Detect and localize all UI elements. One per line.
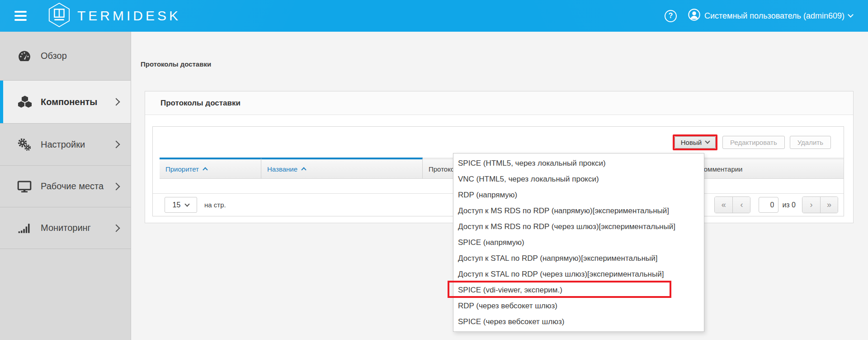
page-number-input[interactable] <box>759 197 778 213</box>
dropdown-item[interactable]: Доступ к MS RDS по RDP (напрямую)[экспер… <box>453 203 704 219</box>
chevron-right-icon <box>113 224 120 232</box>
column-header-priority[interactable]: Приоритет <box>160 158 261 179</box>
sidebar-item-label: Настройки <box>41 139 113 150</box>
app-header: TERMIDESK ? Системный пользователь (admi… <box>0 0 868 32</box>
user-menu[interactable]: Системный пользователь (admin609) <box>688 9 853 23</box>
brand-logo-icon <box>47 2 71 29</box>
chevron-right-icon <box>113 141 120 148</box>
dropdown-item[interactable]: Доступ к STAL по RDP (напрямую)[эксперим… <box>453 250 704 266</box>
sidebar-item-label: Рабочие места <box>41 181 113 192</box>
annotation-highlight-new-button: Новый <box>673 134 717 150</box>
new-button[interactable]: Новый <box>675 136 716 148</box>
first-page-button[interactable]: « <box>715 197 732 213</box>
brand-wordmark: TERMIDESK <box>77 8 181 24</box>
sidebar-item-workplaces[interactable]: Рабочие места <box>0 166 131 207</box>
dropdown-item[interactable]: SPICE (напрямую) <box>453 235 704 250</box>
sidebar-item-label: Компоненты <box>41 97 113 107</box>
menu-icon[interactable] <box>14 11 27 21</box>
next-page-button[interactable]: › <box>802 197 820 213</box>
pagination: « ‹ из 0 › » <box>714 196 838 213</box>
edit-button[interactable]: Редактировать <box>722 136 785 149</box>
sidebar-item-overview[interactable]: Обзор <box>0 32 131 81</box>
cubes-icon <box>17 95 33 109</box>
dropdown-item[interactable]: SPICE (через вебсокет шлюз) <box>453 314 704 330</box>
sidebar-item-settings[interactable]: Настройки <box>0 124 131 166</box>
gauge-icon <box>17 49 33 63</box>
column-header-comments[interactable]: Комментарии <box>694 158 844 179</box>
sort-asc-icon <box>301 167 306 172</box>
chevron-down-icon <box>705 139 710 144</box>
prev-page-button[interactable]: ‹ <box>732 197 750 213</box>
user-avatar-icon <box>688 9 700 23</box>
dropdown-item-highlighted[interactable]: SPICE (vdi-viewer, эксперим.) <box>453 282 704 298</box>
gears-icon <box>17 138 33 151</box>
monitor-icon <box>17 180 33 193</box>
dropdown-item[interactable]: VNC (HTML5, через локальный прокси) <box>453 171 704 187</box>
delete-button[interactable]: Удалить <box>790 136 831 149</box>
per-page-label: на стр. <box>204 201 226 209</box>
breadcrumb: Протоколы доставки <box>141 60 211 68</box>
sidebar-item-components[interactable]: Компоненты <box>0 81 131 124</box>
help-icon[interactable]: ? <box>665 10 677 22</box>
sidebar-item-label: Обзор <box>41 51 131 61</box>
dropdown-item[interactable]: Доступ к STAL по RDP (через шлюз)[экспер… <box>453 266 704 282</box>
chevron-down-icon <box>848 12 854 18</box>
chevron-down-icon <box>185 201 190 206</box>
column-header-name[interactable]: Название <box>261 158 423 179</box>
panel-header: Протоколы доставки <box>145 91 853 115</box>
last-page-button[interactable]: » <box>820 197 838 213</box>
dropdown-item[interactable]: RDP (через вебсокет шлюз) <box>453 298 704 314</box>
dropdown-item[interactable]: SPICE (HTML5, через локальный прокси) <box>453 155 704 171</box>
new-protocol-dropdown: SPICE (HTML5, через локальный прокси) VN… <box>453 153 704 332</box>
dropdown-item[interactable]: Доступ к MS RDS по RDP (через шлюз)[эксп… <box>453 219 704 235</box>
header-left: TERMIDESK <box>14 0 181 32</box>
sidebar-item-label: Мониторинг <box>41 223 113 233</box>
header-right: ? Системный пользователь (admin609) <box>665 0 853 32</box>
panel-title: Протоколы доставки <box>160 99 241 108</box>
chart-bars-icon <box>17 221 33 235</box>
chevron-right-icon <box>113 182 120 190</box>
sidebar: Обзор Компоненты Настройки <box>0 32 131 340</box>
brand[interactable]: TERMIDESK <box>47 2 181 29</box>
sidebar-item-monitoring[interactable]: Мониторинг <box>0 207 131 249</box>
sort-asc-icon <box>203 167 208 172</box>
page-total-label: из 0 <box>782 201 796 209</box>
dropdown-item[interactable]: RDP (напрямую) <box>453 187 704 203</box>
user-name: Системный пользователь (admin609) <box>704 11 844 21</box>
page-size-select[interactable]: 15 <box>165 197 197 213</box>
chevron-right-icon <box>113 98 120 106</box>
